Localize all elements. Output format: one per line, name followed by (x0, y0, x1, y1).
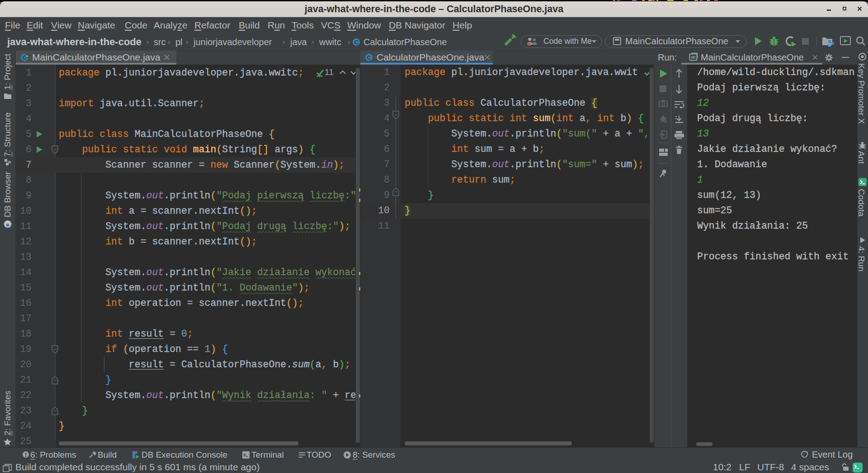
svg-text:C: C (367, 55, 371, 61)
svg-text:C: C (354, 39, 359, 46)
